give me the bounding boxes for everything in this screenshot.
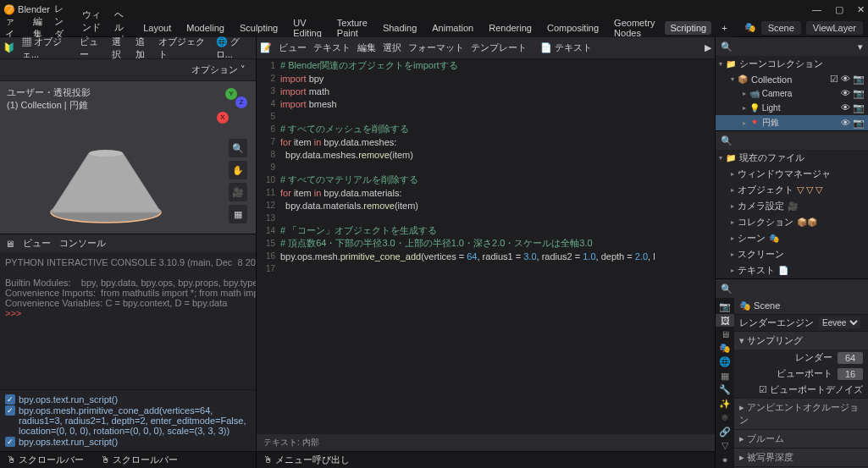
scene-name-field[interactable]: 🎭 Scene	[734, 298, 868, 315]
text-editor[interactable]: 1# Blender関連のオブジェクトをimportする2import bpy3…	[257, 59, 715, 434]
console-prompt[interactable]: >>>	[5, 308, 251, 318]
view-perspective-label: ユーザー・透視投影	[7, 86, 91, 99]
editor-type-icon[interactable]: 📝	[260, 42, 272, 53]
outliner-search[interactable]: 🔍	[721, 41, 733, 52]
text-edit-menu[interactable]: 編集	[357, 41, 376, 54]
tab-particle[interactable]: ✨	[716, 398, 734, 410]
workspace-tab[interactable]: Layout	[138, 21, 176, 35]
text-view-menu[interactable]: ビュー	[279, 41, 307, 54]
filter-icon[interactable]: ▾	[858, 41, 863, 52]
viewlayer-field[interactable]: ViewLayer	[806, 21, 863, 35]
tab-object[interactable]: ▦	[716, 370, 734, 382]
prop-section[interactable]: ▸ ブルーム	[734, 429, 868, 448]
prop-section[interactable]: ▸ アンビエントオクルージョン	[734, 398, 868, 429]
workspace-tab[interactable]: Scripting	[665, 21, 711, 35]
tab-physics[interactable]: ⚛	[716, 411, 734, 423]
minimize-icon[interactable]: —	[812, 4, 821, 15]
viewport-samples-field[interactable]: 16	[838, 368, 863, 380]
workspace-tab[interactable]: UV Editing	[288, 16, 327, 40]
workspace-tab[interactable]: Sculpting	[235, 21, 283, 35]
wm-row[interactable]: ▸ ウィンドウマネージャ	[716, 166, 868, 182]
data-outliner: 🔍 ▾📁 現在のファイル ▸ ウィンドウマネージャ ▸ オブジェクト ▽ ▽ ▽…	[716, 131, 868, 279]
orientation-dropdown[interactable]: 🌐 グロ...	[216, 36, 252, 61]
python-console[interactable]: PYTHON INTERACTIVE CONSOLE 3.10.9 (main,…	[0, 252, 256, 389]
select-menu[interactable]: 選択	[112, 36, 129, 61]
workspace-tab[interactable]: Texture Paint	[332, 16, 373, 40]
nav-gizmo[interactable]: Y Z X	[202, 88, 246, 132]
objects-row[interactable]: ▸ オブジェクト ▽ ▽ ▽	[716, 182, 868, 198]
render-engine-select[interactable]: Eevee	[819, 317, 860, 328]
scene-icon: 🎭	[744, 22, 756, 33]
text-select-menu[interactable]: 選択	[383, 41, 401, 54]
text-format-menu[interactable]: フォーマット	[408, 41, 464, 54]
workspace-tab[interactable]: Modeling	[181, 21, 229, 35]
workspace-tab[interactable]: Rendering	[484, 21, 537, 35]
axis-y-icon[interactable]: Y	[225, 88, 237, 100]
outliner-item[interactable]: ▸ 📹 Camera👁 📷	[716, 86, 868, 101]
object-menu[interactable]: オブジェクト	[158, 36, 208, 61]
coll-row[interactable]: ▸ コレクション 📦📦	[716, 214, 868, 230]
top-menu: ファイル 編集 レンダー ウィンドウ ヘルプ LayoutModelingScu…	[0, 19, 868, 37]
text-text-menu[interactable]: テキスト	[313, 41, 351, 54]
scene-field[interactable]: Scene	[761, 21, 801, 35]
tab-modifier[interactable]: 🔧	[716, 384, 734, 396]
move-icon[interactable]: ✋	[229, 161, 247, 179]
search-field[interactable]: 🔍	[721, 284, 733, 295]
editor-type-icon[interactable]: 🔰	[3, 42, 15, 53]
run-script-button[interactable]: ▶	[705, 42, 711, 53]
prop-section[interactable]: ▸ 被写界深度	[734, 448, 868, 466]
camera-icon[interactable]: 🎥	[229, 183, 247, 201]
outliner-item[interactable]: ▸ 💡 Light👁 📷	[716, 101, 868, 115]
mode-dropdown[interactable]: ▦ オブジェ...	[22, 36, 73, 61]
current-file-row[interactable]: ▾📁 現在のファイル	[716, 150, 868, 166]
text-name-field[interactable]: 📄 テキスト	[534, 40, 599, 56]
add-menu[interactable]: 追加	[135, 36, 152, 61]
close-icon[interactable]: ✕	[857, 4, 865, 15]
scene-collection-row[interactable]: ▾📁 シーンコレクション	[716, 56, 868, 72]
screen-row[interactable]: ▸ スクリーン	[716, 246, 868, 262]
tab-data[interactable]: ▽	[716, 439, 734, 451]
text-template-menu[interactable]: テンプレート	[471, 41, 527, 54]
view-menu[interactable]: ビュー	[80, 36, 105, 61]
log-entry[interactable]: ✓bpy.ops.text.run_script()	[5, 394, 251, 405]
denoise-checkbox[interactable]: ☑ ビューポートデノイズ	[759, 383, 863, 396]
sampling-section[interactable]: ▾ サンプリング	[734, 331, 868, 350]
outliner-item[interactable]: ▸ 🔻 円錐👁 📷	[716, 115, 868, 130]
options-dropdown[interactable]: オプション ˅	[185, 62, 252, 78]
console-menu[interactable]: コンソール	[59, 237, 106, 250]
menu-call-label: 🖱 メニュー呼び出し	[263, 454, 350, 466]
tab-scene[interactable]: 🎭	[716, 342, 734, 354]
render-samples-label: レンダー	[739, 351, 832, 364]
workspace-tab[interactable]: Compositing	[542, 21, 604, 35]
cam-row[interactable]: ▸ カメラ設定 🎥	[716, 198, 868, 214]
log-entry[interactable]: ✓bpy.ops.text.run_script()	[5, 437, 251, 447]
collection-row[interactable]: ▾📦 Collection☑ 👁 📷	[716, 72, 868, 86]
axis-z-icon[interactable]: Z	[235, 96, 247, 108]
persp-icon[interactable]: ▦	[229, 205, 247, 223]
maximize-icon[interactable]: ▢	[835, 4, 843, 15]
zoom-icon[interactable]: 🔍	[229, 139, 247, 157]
text-row[interactable]: ▸ テキスト 📄	[716, 262, 868, 278]
tab-constraint[interactable]: 🔗	[716, 426, 734, 438]
tab-world[interactable]: 🌐	[716, 356, 734, 368]
view-collection-label: (1) Collection | 円錐	[7, 99, 91, 112]
add-workspace-button[interactable]: +	[716, 21, 732, 35]
tab-material[interactable]: ●	[716, 454, 734, 465]
tab-render[interactable]: 📷	[716, 300, 734, 312]
tab-output[interactable]: 🖼	[716, 314, 734, 326]
render-samples-field[interactable]: 64	[838, 352, 863, 364]
tab-view[interactable]: 🖥	[716, 328, 734, 340]
workspace-tab[interactable]: Animation	[427, 21, 478, 35]
scene-row[interactable]: ▸ シーン 🎭	[716, 230, 868, 246]
console-view-menu[interactable]: ビュー	[23, 237, 51, 250]
info-log: ✓bpy.ops.text.run_script()✓bpy.ops.mesh.…	[0, 389, 256, 451]
workspace-tab[interactable]: Geometry Nodes	[609, 16, 660, 40]
log-entry[interactable]: ✓bpy.ops.mesh.primitive_cone_add(vertice…	[5, 405, 251, 436]
cone-object[interactable]	[42, 140, 169, 225]
editor-type-icon[interactable]: 🖥	[5, 239, 14, 249]
search-icon[interactable]: 🔍	[721, 135, 733, 146]
workspace-tab[interactable]: Shading	[378, 21, 422, 35]
window-controls[interactable]: —▢✕	[812, 4, 865, 15]
axis-x-icon[interactable]: X	[217, 112, 229, 124]
3d-viewport[interactable]: ユーザー・透視投影(1) Collection | 円錐 Y Z X 🔍 ✋ 🎥…	[0, 81, 256, 234]
